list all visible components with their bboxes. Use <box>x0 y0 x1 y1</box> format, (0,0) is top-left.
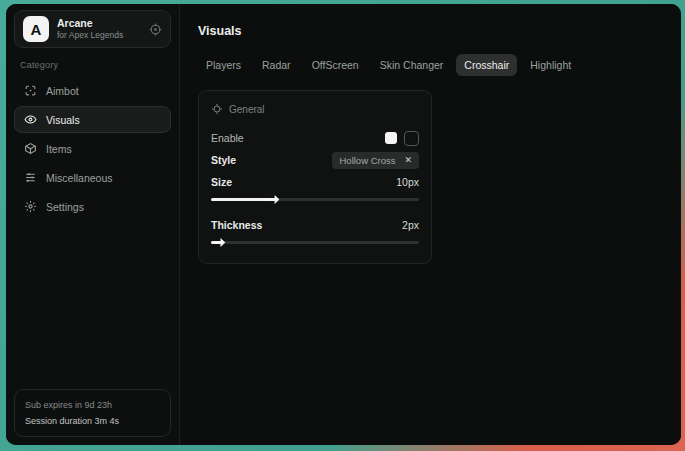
tab-skin-changer[interactable]: Skin Changer <box>372 54 452 76</box>
size-slider-fill <box>211 198 273 201</box>
app-logo: A <box>23 16 49 42</box>
tab-bar: Players Radar OffScreen Skin Changer Cro… <box>198 54 663 76</box>
size-label: Size <box>211 176 232 188</box>
main-content: Visuals Players Radar OffScreen Skin Cha… <box>180 4 681 445</box>
style-label: Style <box>211 154 236 166</box>
tab-offscreen[interactable]: OffScreen <box>304 54 367 76</box>
style-row: Style Hollow Cross ✕ <box>211 149 419 171</box>
thickness-value: 2px <box>402 219 419 231</box>
brand-card: A Arcane for Apex Legends <box>14 10 171 48</box>
sidebar-item-items[interactable]: Items <box>14 135 171 162</box>
tab-highlight[interactable]: Highlight <box>522 54 579 76</box>
enable-label: Enable <box>211 132 244 144</box>
scan-target-icon <box>24 84 37 97</box>
thickness-row: Thickness 2px <box>211 214 419 236</box>
panel-title: General <box>229 104 265 115</box>
sub-expires-text: Sub expires in 9d 23h <box>25 397 160 413</box>
general-panel: General Enable Style Hollow Cross ✕ Size… <box>198 90 432 264</box>
app-window: A Arcane for Apex Legends Category Aimbo <box>6 4 681 445</box>
size-row: Size 10px <box>211 171 419 193</box>
tab-crosshair[interactable]: Crosshair <box>456 54 517 76</box>
thickness-label: Thickness <box>211 219 262 231</box>
enable-controls <box>385 131 419 146</box>
brand-text: Arcane for Apex Legends <box>57 17 123 41</box>
style-value: Hollow Cross <box>339 155 395 166</box>
enable-row: Enable <box>211 127 419 149</box>
sliders-icon <box>24 171 37 184</box>
sidebar-item-label: Settings <box>46 201 84 213</box>
tab-radar[interactable]: Radar <box>254 54 299 76</box>
sidebar-item-label: Aimbot <box>46 85 79 97</box>
sidebar-item-label: Items <box>46 143 72 155</box>
subscription-status-card: Sub expires in 9d 23h Session duration 3… <box>14 389 171 437</box>
thickness-slider-thumb[interactable] <box>215 238 225 247</box>
session-duration-text: Session duration 3m 4s <box>25 413 160 429</box>
category-label: Category <box>20 60 165 70</box>
sidebar-item-settings[interactable]: Settings <box>14 193 171 220</box>
gear-icon <box>24 200 37 213</box>
size-slider[interactable] <box>211 198 419 201</box>
sidebar-item-visuals[interactable]: Visuals <box>14 106 171 133</box>
size-slider-thumb[interactable] <box>269 195 279 204</box>
sidebar-item-label: Miscellaneous <box>46 172 113 184</box>
enable-checkbox[interactable] <box>385 132 397 144</box>
app-subtitle: for Apex Legends <box>57 30 123 41</box>
sidebar-item-label: Visuals <box>46 114 80 126</box>
enable-keybind-box[interactable] <box>404 131 419 146</box>
sidebar: A Arcane for Apex Legends Category Aimbo <box>6 4 180 445</box>
size-value: 10px <box>396 176 419 188</box>
package-icon <box>24 142 37 155</box>
thickness-slider[interactable] <box>211 241 419 244</box>
eye-icon <box>24 113 37 126</box>
style-selected-tag[interactable]: Hollow Cross ✕ <box>332 152 419 169</box>
target-icon[interactable] <box>149 23 162 36</box>
panel-header: General <box>211 103 419 115</box>
tab-players[interactable]: Players <box>198 54 249 76</box>
sidebar-item-miscellaneous[interactable]: Miscellaneous <box>14 164 171 191</box>
remove-style-icon[interactable]: ✕ <box>404 156 412 165</box>
crosshair-icon <box>211 103 223 115</box>
sidebar-item-aimbot[interactable]: Aimbot <box>14 77 171 104</box>
app-name: Arcane <box>57 17 123 30</box>
page-title: Visuals <box>198 24 663 38</box>
